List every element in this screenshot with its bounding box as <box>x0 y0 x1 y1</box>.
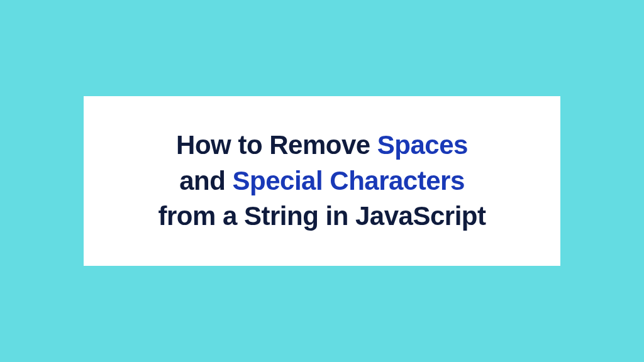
title-text-1: How to Remove <box>176 130 377 160</box>
title-text-3: from a String in JavaScript <box>158 201 486 231</box>
title-highlight-1: Spaces <box>377 130 468 160</box>
title-text-2: and <box>179 166 232 195</box>
content-card: How to Remove Spaces and Special Charact… <box>84 96 560 266</box>
page-title: How to Remove Spaces and Special Charact… <box>109 128 535 234</box>
title-highlight-2: Special Characters <box>233 166 465 195</box>
